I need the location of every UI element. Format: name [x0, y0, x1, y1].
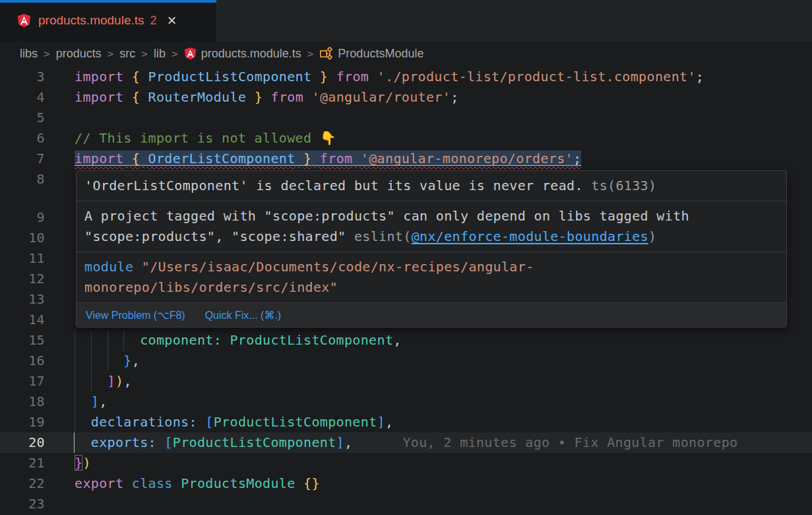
code-line-23[interactable]: 23 — [0, 494, 812, 514]
code-line-17[interactable]: 17 ]), — [0, 371, 812, 392]
code-line-16[interactable]: 16 }, — [0, 351, 812, 371]
code-token — [296, 475, 303, 491]
code-token: '@angular-monorepo/orders' — [361, 151, 573, 166]
line-number: 10 — [0, 228, 45, 248]
line-number: 14 — [0, 310, 45, 330]
breadcrumb-label: lib — [154, 47, 166, 61]
code-line-15[interactable]: 15 component: ProductListComponent, — [0, 330, 812, 351]
code-content: exports: [ProductListComponent],You, 2 m… — [75, 432, 737, 453]
code-token — [328, 69, 336, 85]
hover-text: "/Users/isaac/Documents/code/nx-recipes/… — [142, 259, 534, 275]
hover-text-line: "scope:products", "scope:shared" eslint(… — [84, 226, 778, 247]
breadcrumb-item-products[interactable]: products — [56, 47, 102, 61]
code-token: } — [255, 89, 263, 105]
breadcrumb-item-productsmodule[interactable]: ProductsModule — [319, 47, 423, 61]
code-token: ) — [82, 455, 90, 471]
quick-fix-action[interactable]: Quick Fix... (⌘.) — [205, 309, 282, 322]
chevron-right-icon: > — [141, 48, 148, 60]
code-token: './product-list/product-list.component' — [377, 69, 696, 85]
view-problem-action[interactable]: View Problem (⌥F8) — [86, 309, 185, 322]
chevron-right-icon: > — [108, 48, 114, 60]
hover-text: ts(6133) — [583, 178, 657, 193]
code-token — [173, 475, 181, 491]
hover-text: monorepo/libs/orders/src/index" — [84, 279, 338, 295]
code-token: ProductListComponent — [230, 332, 393, 348]
chevron-right-icon: > — [307, 48, 314, 60]
line-number: 15 — [0, 330, 45, 351]
code-line-22[interactable]: 22export class ProductsModule {} — [0, 473, 812, 494]
code-token — [296, 151, 303, 166]
code-token: declarations: — [91, 414, 197, 430]
code-line-7[interactable]: 7import { OrderListComponent } from '@an… — [0, 149, 812, 169]
code-line-19[interactable]: 19 declarations: [ProductListComponent], — [0, 412, 812, 432]
hover-text: module — [84, 259, 133, 275]
code-token: import — [75, 69, 123, 85]
line-number: 11 — [0, 248, 45, 269]
nx-enforce-module-boundaries-link[interactable]: @nx/enforce-module-boundaries — [412, 228, 648, 244]
line-number: 12 — [0, 269, 45, 289]
breadcrumb-item-lib[interactable]: lib — [154, 47, 166, 61]
code-line-5[interactable]: 5 — [0, 108, 812, 128]
code-token: component: — [140, 332, 222, 348]
code-token — [246, 89, 254, 105]
code-token: ProductListComponent — [148, 69, 312, 85]
chevron-right-icon: > — [44, 48, 50, 60]
code-token: } — [75, 455, 82, 471]
code-token: ] — [377, 414, 385, 430]
hover-text-line: monorepo/libs/orders/src/index" — [84, 277, 778, 298]
hover-text: 'OrderListComponent' is declared but its… — [84, 178, 583, 193]
code-line-20[interactable]: 20 exports: [ProductListComponent],You, … — [0, 432, 812, 453]
code-token: [ — [205, 414, 213, 430]
code-token — [75, 394, 91, 409]
code-token — [123, 475, 131, 491]
breadcrumb-item-products-module-ts[interactable]: products.module.ts — [184, 47, 301, 61]
breadcrumb-item-src[interactable]: src — [119, 47, 135, 61]
code-line-4[interactable]: 4import { RouterModule } from '@angular/… — [0, 87, 812, 108]
code-content: declarations: [ProductListComponent], — [75, 412, 393, 432]
code-token — [311, 69, 319, 85]
line-number: 16 — [0, 351, 45, 371]
code-token — [156, 434, 164, 450]
code-token: { — [132, 69, 140, 85]
code-token: { — [132, 89, 140, 105]
code-line-21[interactable]: 21}) — [0, 453, 812, 473]
hover-text-line: A project tagged with "scope:products" c… — [84, 206, 778, 226]
hover-text: "scope:products", "scope:shared" — [84, 228, 354, 244]
code-content: }, — [75, 351, 140, 371]
code-token: , — [132, 353, 140, 368]
hover-text: eslint( — [354, 228, 412, 244]
line-number: 23 — [0, 494, 45, 514]
code-token: RouterModule — [148, 89, 247, 105]
angular-icon — [184, 47, 197, 60]
code-line-3[interactable]: 3import { ProductListComponent } from '.… — [0, 67, 812, 87]
code-token: { — [132, 151, 140, 166]
code-token — [369, 69, 377, 85]
code-token: // This import is not allowed — [75, 130, 320, 146]
code-token: '@angular/router' — [311, 89, 451, 105]
code-line-18[interactable]: 18 ], — [0, 392, 812, 412]
code-content: import { RouterModule } from '@angular/r… — [75, 87, 459, 108]
line-number: 13 — [0, 289, 45, 310]
line-number: 5 — [0, 108, 45, 128]
line-number: 21 — [0, 453, 45, 473]
code-token: import — [75, 89, 123, 105]
tab-products-module[interactable]: products.module.ts 2 × — [0, 0, 216, 41]
code-token — [140, 89, 148, 105]
breadcrumb: libs>products>src>lib>products.module.ts… — [0, 41, 812, 66]
code-token — [197, 414, 205, 430]
code-token: ; — [451, 89, 458, 105]
code-token — [222, 332, 230, 348]
breadcrumb-label: src — [119, 47, 135, 61]
line-number: 20 — [0, 432, 45, 453]
code-token — [140, 69, 148, 85]
breadcrumb-label: libs — [20, 47, 38, 61]
line-number: 8 — [0, 169, 45, 189]
hover-section-ts-diagnostic: 'OrderListComponent' is declared but its… — [77, 171, 786, 201]
breadcrumb-item-libs[interactable]: libs — [20, 47, 38, 61]
line-number: 3 — [0, 67, 45, 87]
close-icon[interactable]: × — [168, 13, 177, 28]
class-icon — [319, 47, 333, 61]
code-line-6[interactable]: 6// This import is not allowed 👇 — [0, 128, 812, 149]
hover-actions-bar: View Problem (⌥F8)Quick Fix... (⌘.) — [77, 302, 786, 327]
tab-problems-badge: 2 — [150, 14, 157, 28]
